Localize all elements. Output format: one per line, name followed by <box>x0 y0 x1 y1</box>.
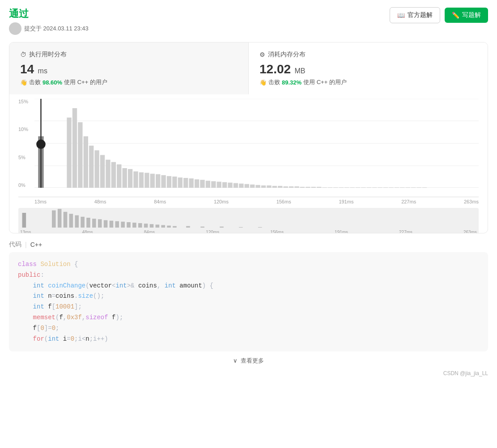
svg-rect-23 <box>167 176 171 188</box>
code-lang: C++ <box>30 241 42 248</box>
svg-rect-14 <box>117 165 121 188</box>
svg-rect-61 <box>378 187 382 188</box>
official-solution-button[interactable]: 📖 官方题解 <box>390 7 440 23</box>
svg-rect-36 <box>239 184 243 188</box>
submit-date: 提交于 2024.03.11 23:43 <box>24 25 89 33</box>
svg-rect-66 <box>406 187 410 188</box>
svg-rect-93 <box>161 225 165 228</box>
svg-rect-35 <box>234 183 238 188</box>
code-line-6: memset(f,0x3f,sizeof f); <box>18 313 479 323</box>
code-block: class Solution { public: int coinChange(… <box>9 252 488 351</box>
mini-chart-svg <box>18 208 479 228</box>
book-icon: 📖 <box>397 12 405 19</box>
svg-rect-90 <box>144 224 148 228</box>
stats-row: ⏱ 执行用时分布 14 ms 👋 击败 98.60% 使用 C++ 的用户 ⚙ <box>9 42 488 94</box>
see-more[interactable]: ∨ 查看更多 <box>9 351 488 367</box>
svg-rect-18 <box>139 172 144 188</box>
code-line-2: public: <box>18 270 479 281</box>
svg-rect-55 <box>344 187 349 188</box>
svg-rect-25 <box>178 178 183 188</box>
clock-icon: ⏱ <box>20 51 26 58</box>
svg-rect-67 <box>411 187 416 188</box>
footer-brand: CSDN @jia_jia_LL <box>9 367 488 376</box>
svg-rect-92 <box>156 224 160 228</box>
svg-rect-43 <box>278 186 282 188</box>
svg-rect-94 <box>167 226 171 228</box>
svg-rect-78 <box>75 216 79 228</box>
svg-rect-89 <box>138 223 142 228</box>
bar-chart-svg <box>34 99 479 188</box>
avatar <box>9 22 21 35</box>
svg-rect-88 <box>132 223 136 228</box>
status-badge: 通过 <box>9 7 89 21</box>
svg-rect-47 <box>300 187 305 188</box>
svg-rect-49 <box>311 187 316 188</box>
execution-value: 14 ms <box>20 62 238 76</box>
svg-rect-57 <box>356 187 360 188</box>
svg-rect-52 <box>328 187 332 188</box>
svg-rect-27 <box>189 178 193 188</box>
svg-rect-59 <box>367 187 371 188</box>
svg-rect-86 <box>121 222 125 228</box>
svg-rect-34 <box>228 182 232 188</box>
svg-point-72 <box>36 139 46 149</box>
svg-rect-97 <box>200 227 204 228</box>
svg-rect-37 <box>245 184 249 188</box>
svg-rect-20 <box>150 174 155 188</box>
page-header: 通过 提交于 2024.03.11 23:43 📖 官方题解 ✏️ 写题解 <box>9 7 488 35</box>
execution-label: ⏱ 执行用时分布 <box>20 51 238 59</box>
code-line-8: for(int i=0;i<n;i++) <box>18 334 479 345</box>
see-more-label: 查看更多 <box>241 357 264 364</box>
code-line-3: int coinChange(vector<int>& coins, int a… <box>18 281 479 292</box>
svg-rect-45 <box>289 186 293 188</box>
write-solution-label: 写题解 <box>462 11 481 19</box>
svg-rect-81 <box>92 219 96 228</box>
svg-rect-29 <box>200 180 204 188</box>
write-solution-button[interactable]: ✏️ 写题解 <box>445 8 488 23</box>
svg-rect-21 <box>156 174 160 188</box>
svg-rect-62 <box>383 187 388 188</box>
svg-rect-82 <box>98 219 102 228</box>
svg-rect-9 <box>89 146 93 188</box>
svg-rect-91 <box>150 224 154 228</box>
code-line-5: int f[10001]; <box>18 302 479 313</box>
svg-rect-8 <box>84 136 88 188</box>
chart-area: 15% 10% 5% 0% <box>9 94 488 233</box>
svg-rect-16 <box>128 169 132 188</box>
svg-rect-26 <box>183 178 188 188</box>
svg-rect-60 <box>372 187 377 188</box>
code-line-4: int n=coins.size(); <box>18 291 479 302</box>
svg-rect-100 <box>258 227 262 228</box>
memory-label: ⚙ 消耗内存分布 <box>259 51 477 59</box>
chart-inner <box>34 99 479 188</box>
execution-beat: 👋 击败 98.60% 使用 C++ 的用户 <box>20 78 238 86</box>
code-section: 代码 | C++ class Solution { public: int co… <box>9 241 488 367</box>
svg-rect-39 <box>255 185 260 188</box>
svg-rect-30 <box>206 181 210 188</box>
svg-rect-10 <box>94 150 99 188</box>
header-left: 通过 提交于 2024.03.11 23:43 <box>9 7 89 35</box>
svg-rect-40 <box>261 186 266 188</box>
svg-rect-48 <box>306 187 310 188</box>
memory-value: 12.02 MB <box>259 62 477 76</box>
svg-rect-64 <box>395 187 399 188</box>
svg-rect-63 <box>389 187 393 188</box>
svg-rect-31 <box>211 181 216 188</box>
code-label: 代码 <box>9 241 21 249</box>
execution-time-panel: ⏱ 执行用时分布 14 ms 👋 击败 98.60% 使用 C++ 的用户 <box>9 42 249 94</box>
svg-rect-6 <box>72 108 77 188</box>
beat-icon-exec: 👋 <box>20 79 27 86</box>
svg-rect-83 <box>104 220 108 228</box>
svg-rect-7 <box>78 122 82 188</box>
svg-rect-85 <box>115 221 119 228</box>
svg-rect-15 <box>123 168 127 188</box>
code-line-1: class Solution { <box>18 259 479 270</box>
svg-rect-99 <box>239 227 243 228</box>
memory-icon: ⚙ <box>259 51 265 58</box>
svg-rect-13 <box>111 162 116 188</box>
mini-chart: 13ms 48ms 84ms 120ms 156ms 191ms 227ms 2… <box>18 208 479 233</box>
code-line-7: f[0]=0; <box>18 323 479 334</box>
svg-rect-51 <box>322 187 327 188</box>
svg-rect-33 <box>222 182 227 188</box>
svg-rect-11 <box>100 155 105 188</box>
